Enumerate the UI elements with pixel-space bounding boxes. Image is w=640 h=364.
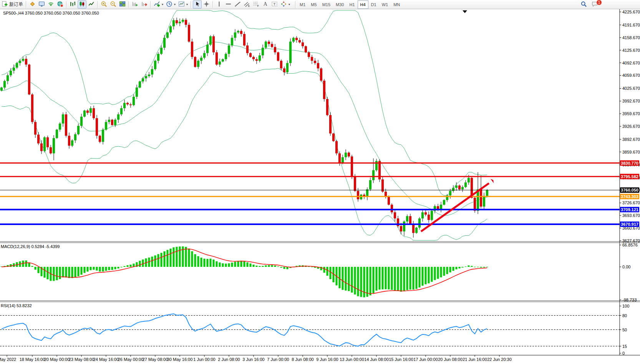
timeframe-m15[interactable]: M15 [320, 0, 333, 9]
chart-shift-icon [141, 1, 148, 8]
candle-bull [179, 22, 181, 23]
candle-bear [400, 226, 402, 232]
equidistant-channel-button[interactable]: E [242, 0, 251, 8]
candle-bear [240, 31, 242, 34]
signal-button[interactable] [46, 0, 55, 8]
trend-line-icon [234, 1, 241, 8]
candle-bear [25, 59, 27, 65]
timeframe-m1[interactable]: M1 [297, 0, 308, 9]
new-order-button[interactable]: 新订单 [0, 0, 24, 8]
macd-histogram-bar [394, 267, 396, 290]
candle-bear [424, 212, 427, 215]
text-label-button[interactable]: T [270, 0, 279, 8]
vertical-line-button[interactable] [215, 0, 224, 8]
line-chart-button[interactable] [87, 0, 96, 8]
periods-button[interactable]: ▾ [165, 0, 177, 8]
templates-button[interactable]: ▾ [177, 0, 189, 8]
candle-bull [200, 58, 202, 61]
text-button[interactable]: A [261, 0, 270, 8]
candle-bear [412, 224, 415, 233]
macd-histogram-bar [437, 267, 439, 279]
line-chart-icon [88, 1, 95, 8]
candle-bull [62, 114, 64, 124]
candle-bear [302, 42, 304, 46]
chart-shift-marker-icon[interactable] [463, 10, 467, 13]
macd-histogram-bar [391, 267, 393, 290]
time-tick-label: 30 May 16:00 [167, 357, 193, 362]
fibonacci-button[interactable]: F [252, 0, 260, 8]
zoom-in-icon [101, 1, 107, 8]
macd-histogram-bar [253, 265, 255, 267]
macd-histogram-bar [449, 267, 451, 272]
macd-histogram-bar [339, 267, 341, 288]
timeframe-m5[interactable]: M5 [308, 0, 319, 9]
timeframe-h4[interactable]: H4 [358, 0, 368, 9]
macd-histogram-bar [363, 267, 365, 297]
macd-histogram-bar [348, 267, 350, 291]
candle-bull [292, 38, 295, 41]
timeframe-w1[interactable]: W1 [379, 0, 391, 9]
crosshair-button[interactable] [202, 0, 211, 8]
macd-histogram-bar [151, 256, 153, 267]
timeframe-d1[interactable]: D1 [368, 0, 379, 9]
candle-bull [443, 200, 445, 205]
macd-histogram-bar [154, 255, 156, 267]
autotrading-button[interactable] [56, 0, 65, 8]
add-indicator-button[interactable]: ▾ [153, 0, 164, 8]
market-watch-button[interactable] [37, 0, 46, 8]
arrows-button[interactable]: ▾ [279, 0, 291, 8]
macd-histogram-bar [468, 265, 470, 267]
auto-scroll-button[interactable] [131, 0, 139, 8]
candle-bull [366, 189, 368, 197]
macd-histogram-bar [256, 266, 258, 267]
macd-histogram-bar [35, 267, 36, 270]
zoom-in-button[interactable] [99, 0, 108, 8]
candle-bull [108, 120, 110, 122]
toolbar-separator [128, 1, 129, 8]
macd-histogram-bar [234, 262, 236, 267]
macd-histogram-bar [425, 267, 427, 284]
bars-chart-button[interactable] [68, 0, 77, 8]
candles-chart-button[interactable] [78, 0, 86, 8]
timeframe-m30[interactable]: M30 [333, 0, 347, 9]
zoom-out-button[interactable] [109, 0, 118, 8]
chart-window[interactable]: 4225.6704191.6704158.6704125.6704092.670… [0, 9, 640, 364]
timeframe-mn[interactable]: MN [391, 0, 403, 9]
chat-button[interactable]: 1 [590, 1, 599, 9]
macd-histogram-bar [366, 267, 368, 297]
macd-histogram-bar [385, 267, 387, 289]
bollinger-lower-band [2, 68, 487, 240]
rsi-axis-label: 15 [622, 344, 627, 349]
text-label-icon: T [271, 1, 278, 8]
macd-histogram-bar [127, 265, 129, 267]
candle-bear [40, 144, 43, 151]
candle-bear [246, 45, 249, 53]
macd-histogram-bar [397, 267, 399, 291]
horizontal-line-button[interactable] [224, 0, 233, 8]
candle-bear [65, 114, 67, 136]
candle-bull [403, 222, 405, 232]
price-tick-label: 4125.670 [622, 48, 640, 53]
gold-box-button[interactable] [28, 0, 37, 8]
chart-canvas[interactable]: 4225.6704191.6704158.6704125.6704092.670… [0, 9, 640, 364]
toolbar-separator [97, 1, 98, 8]
time-tick-label: 7 Jun 00:00 [267, 357, 289, 362]
mt4-terminal: { "toolbar": { "new_order_label": "新订单",… [0, 0, 640, 364]
macd-histogram-bar [382, 267, 384, 290]
macd-histogram-bar [59, 267, 61, 279]
macd-histogram-bar [284, 267, 285, 269]
macd-histogram-bar [188, 248, 190, 267]
macd-histogram-bar [207, 259, 209, 267]
chart-shift-button[interactable] [140, 0, 149, 8]
search-button[interactable] [579, 1, 588, 9]
trend-arrow-head[interactable] [491, 179, 494, 183]
trend-line-button[interactable] [233, 0, 242, 8]
macd-histogram-bar [428, 267, 430, 283]
cursor-button[interactable] [193, 0, 202, 8]
candle-bear [326, 99, 328, 115]
add-indicator-icon [154, 1, 160, 8]
timeframe-h1[interactable]: H1 [347, 0, 357, 9]
macd-histogram-bar [446, 267, 448, 274]
timeframe-bar: M1M5M15M30H1H4D1W1MN [294, 0, 403, 9]
tile-windows-button[interactable] [118, 0, 127, 8]
